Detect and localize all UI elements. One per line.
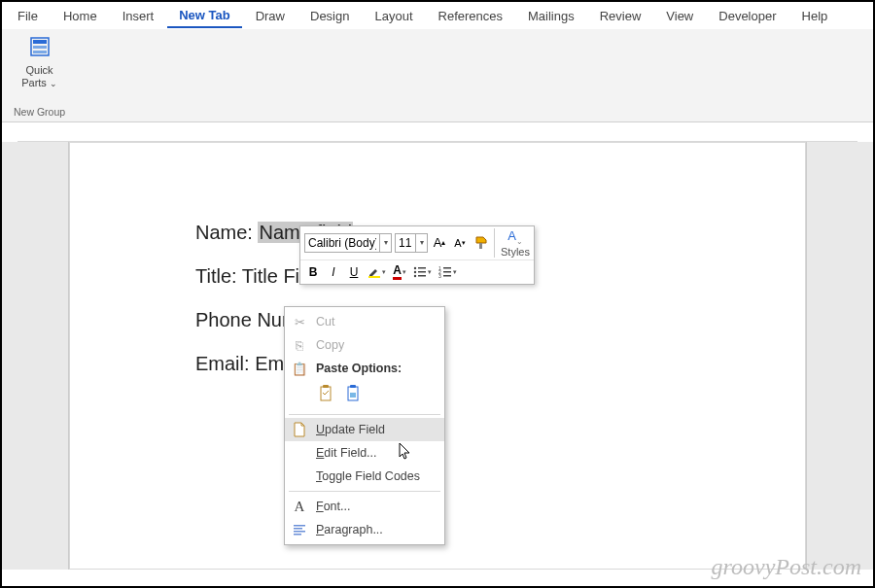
paste-keep-source-icon[interactable] — [316, 384, 337, 405]
svg-rect-25 — [294, 531, 305, 533]
tab-view[interactable]: View — [654, 4, 705, 27]
ctx-paste-options-header: 📋 Paste Options: — [285, 357, 444, 380]
svg-rect-17 — [443, 275, 451, 277]
font-name-input[interactable] — [304, 233, 380, 253]
separator — [289, 414, 440, 415]
tab-design[interactable]: Design — [298, 4, 361, 27]
highlight-button[interactable]: ▾ — [366, 262, 388, 282]
paste-picture-icon[interactable] — [343, 384, 365, 405]
label-name: Name: — [195, 222, 258, 243]
tab-review[interactable]: Review — [588, 4, 653, 27]
svg-rect-23 — [294, 525, 305, 527]
font-name-select[interactable]: ▾ — [304, 233, 392, 253]
quick-parts-icon — [28, 35, 52, 62]
font-icon: A — [291, 499, 308, 515]
copy-icon: ⎘ — [291, 338, 308, 353]
svg-rect-7 — [418, 267, 426, 269]
svg-point-8 — [414, 270, 416, 272]
svg-rect-15 — [443, 271, 451, 273]
tab-new-tab[interactable]: New Tab — [167, 3, 242, 28]
svg-rect-21 — [350, 385, 356, 388]
mini-toolbar: ▾ ▾ A▴ A▾ A⌄ Styles B I U ▾ A▾ ▾ 123▾ — [299, 225, 535, 285]
svg-point-10 — [414, 274, 416, 276]
paragraph-icon — [291, 523, 308, 536]
font-size-select[interactable]: ▾ — [395, 233, 428, 253]
ctx-copy[interactable]: ⎘ Copy — [285, 333, 444, 357]
bold-button[interactable]: B — [304, 262, 322, 282]
tab-references[interactable]: References — [427, 4, 514, 27]
svg-rect-22 — [350, 393, 356, 398]
ctx-font[interactable]: A Font... — [285, 495, 444, 518]
ribbon-group-new-group: QuickParts ⌄ New Group — [8, 33, 71, 118]
svg-rect-11 — [418, 275, 426, 277]
chevron-down-icon[interactable]: ▾ — [380, 233, 392, 253]
separator — [289, 491, 440, 492]
quick-parts-button[interactable]: QuickParts ⌄ — [18, 33, 61, 90]
clipboard-icon: 📋 — [291, 362, 308, 376]
styles-button[interactable]: A⌄ Styles — [494, 228, 530, 258]
ruler[interactable] — [18, 122, 858, 142]
quick-parts-label: QuickParts ⌄ — [21, 64, 57, 88]
svg-rect-1 — [33, 40, 47, 44]
format-painter-button[interactable] — [472, 233, 491, 253]
svg-text:3: 3 — [438, 273, 441, 279]
underline-button[interactable]: U — [345, 262, 363, 282]
tab-help[interactable]: Help — [790, 4, 840, 27]
ctx-cut[interactable]: ✂ Cut — [285, 310, 444, 333]
svg-rect-13 — [443, 267, 451, 269]
tab-mailings[interactable]: Mailings — [516, 4, 586, 27]
svg-rect-3 — [33, 51, 47, 53]
ribbon: QuickParts ⌄ New Group — [2, 29, 873, 122]
bullets-button[interactable]: ▾ — [411, 262, 434, 282]
scissors-icon: ✂ — [291, 315, 308, 329]
ribbon-tablist: File Home Insert New Tab Draw Design Lay… — [2, 2, 873, 29]
document-icon — [291, 422, 308, 437]
svg-rect-2 — [33, 46, 47, 49]
label-title: Title: — [195, 265, 242, 287]
context-menu: ✂ Cut ⎘ Copy 📋 Paste Options: Update Fie… — [284, 306, 445, 545]
ctx-toggle-field-codes[interactable]: Toggle Field Codes — [285, 465, 444, 488]
ctx-edit-field[interactable]: Edit Field... — [285, 441, 444, 465]
tab-layout[interactable]: Layout — [363, 4, 424, 27]
font-color-button[interactable]: A▾ — [391, 262, 408, 282]
svg-rect-26 — [294, 534, 301, 536]
tab-insert[interactable]: Insert — [111, 4, 166, 27]
ribbon-group-label: New Group — [14, 106, 65, 118]
tab-file[interactable]: File — [6, 4, 50, 27]
numbering-button[interactable]: 123▾ — [437, 262, 459, 282]
ctx-paragraph[interactable]: Paragraph... — [285, 518, 444, 541]
tab-draw[interactable]: Draw — [244, 4, 297, 27]
svg-rect-24 — [294, 528, 302, 530]
tab-developer[interactable]: Developer — [707, 4, 788, 27]
svg-rect-9 — [418, 271, 426, 273]
svg-rect-5 — [368, 276, 380, 278]
grow-font-button[interactable]: A▴ — [431, 233, 448, 253]
font-size-input[interactable] — [395, 233, 416, 253]
tab-home[interactable]: Home — [52, 4, 109, 27]
shrink-font-button[interactable]: A▾ — [451, 233, 469, 253]
italic-button[interactable]: I — [325, 262, 342, 282]
label-email: Email: — [195, 353, 255, 374]
svg-point-6 — [414, 266, 416, 268]
svg-rect-19 — [323, 385, 329, 388]
watermark: groovyPost.com — [712, 554, 861, 580]
paste-options-row — [285, 380, 444, 411]
chevron-down-icon[interactable]: ▾ — [416, 233, 428, 253]
svg-rect-4 — [479, 243, 482, 249]
ctx-update-field[interactable]: Update Field — [285, 418, 444, 441]
